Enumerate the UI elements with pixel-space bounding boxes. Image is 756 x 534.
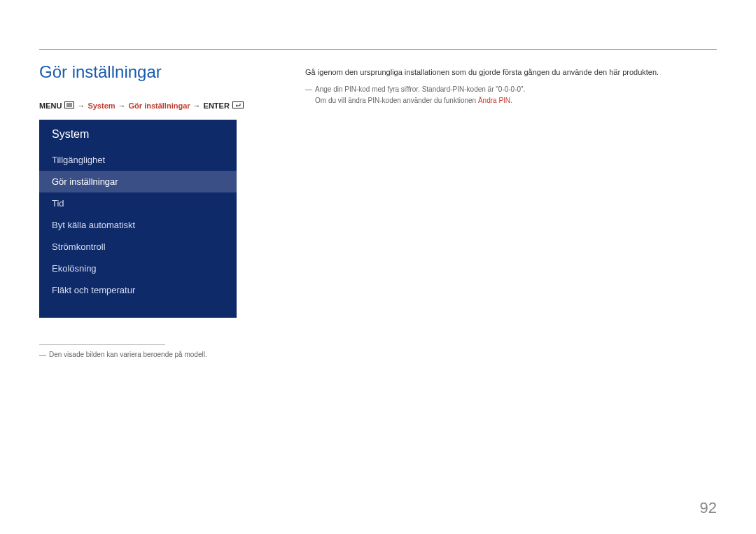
breadcrumb-enter-label: ENTER bbox=[204, 101, 230, 110]
left-footnote: ― Den visade bilden kan variera beroende… bbox=[39, 349, 249, 360]
footnote-dash: ― bbox=[39, 349, 46, 360]
enter-icon bbox=[232, 101, 244, 110]
menu-item-tid[interactable]: Tid bbox=[39, 192, 237, 214]
andra-pin-link: Ändra PIN bbox=[478, 97, 510, 104]
breadcrumb-item: Gör inställningar bbox=[129, 101, 190, 110]
menu-item-byt-kalla[interactable]: Byt källa automatiskt bbox=[39, 214, 237, 236]
breadcrumb-arrow: → bbox=[193, 101, 201, 110]
menu-item-gor-installningar[interactable]: Gör inställningar bbox=[39, 171, 237, 192]
top-rule bbox=[39, 49, 717, 50]
breadcrumb-menu-label: MENU bbox=[39, 101, 62, 110]
breadcrumb-arrow: → bbox=[118, 101, 126, 110]
menu-item-flakt-temp[interactable]: Fläkt och temperatur bbox=[39, 279, 237, 301]
note-line-1: Ange din PIN-kod med fyra siffror. Stand… bbox=[315, 84, 717, 95]
menu-icon bbox=[64, 101, 74, 110]
page-title: Gör inställningar bbox=[39, 62, 249, 82]
menu-item-tillganglighet[interactable]: Tillgänglighet bbox=[39, 149, 237, 171]
right-column: Gå igenom den ursprungliga installatione… bbox=[305, 62, 717, 360]
note-line-2a: Om du vill ändra PIN-koden använder du f… bbox=[315, 97, 478, 104]
note-line-2b: . bbox=[510, 97, 512, 104]
menu-panel-header: System bbox=[39, 120, 237, 149]
left-footnote-text: Den visade bilden kan variera beroende p… bbox=[49, 349, 207, 360]
breadcrumb-system: System bbox=[88, 101, 115, 110]
svg-rect-4 bbox=[232, 102, 243, 108]
breadcrumb: MENU → System → Gör inställningar → ENTE… bbox=[39, 101, 249, 110]
left-column: Gör inställningar MENU → System → Gör in… bbox=[39, 62, 249, 360]
page-number: 92 bbox=[700, 499, 717, 517]
two-column-layout: Gör inställningar MENU → System → Gör in… bbox=[39, 62, 717, 360]
menu-item-stromkontroll[interactable]: Strömkontroll bbox=[39, 236, 237, 258]
manual-page: Gör inställningar MENU → System → Gör in… bbox=[0, 0, 756, 534]
note-block: ― Ange din PIN-kod med fyra siffror. Sta… bbox=[305, 84, 717, 106]
footnote-rule bbox=[39, 344, 165, 345]
menu-footer-gap bbox=[39, 301, 237, 318]
note-dash: ― bbox=[305, 84, 312, 95]
note-line-2: Om du vill ändra PIN-koden använder du f… bbox=[315, 95, 717, 106]
breadcrumb-arrow: → bbox=[77, 101, 85, 110]
body-text: Gå igenom den ursprungliga installatione… bbox=[305, 66, 717, 78]
system-menu-panel: System Tillgänglighet Gör inställningar … bbox=[39, 120, 237, 318]
menu-item-ekolosning[interactable]: Ekolösning bbox=[39, 258, 237, 279]
